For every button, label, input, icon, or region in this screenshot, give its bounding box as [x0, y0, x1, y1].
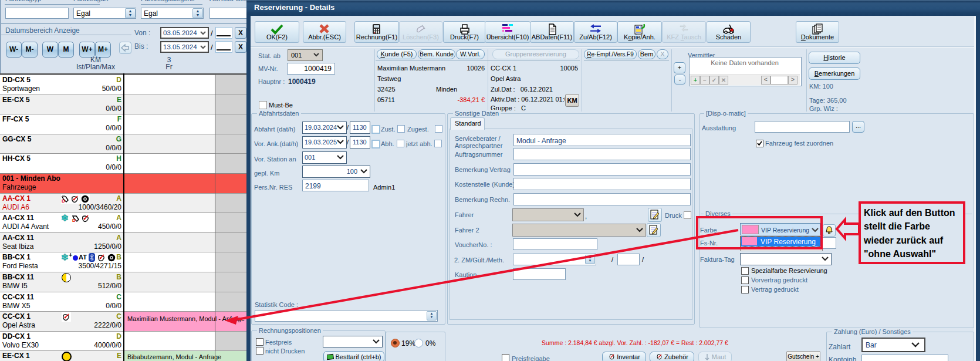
svg-text:D: D — [62, 198, 65, 204]
svg-text:D: D — [72, 218, 76, 223]
